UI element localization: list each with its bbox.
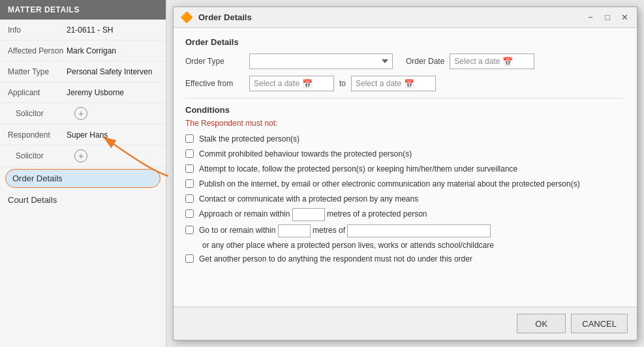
- sidebar-respondent-row: Respondent Super Hans: [0, 125, 166, 145]
- condition-row-7: Go to or remain within metres of: [185, 224, 625, 237]
- sidebar: MATTER DETAILS Info 21-0611 - SH Affecte…: [0, 0, 166, 347]
- dialog-backdrop: 🔶 Order Details − □ ✕ Order Details Orde…: [166, 0, 644, 347]
- cancel-button[interactable]: CANCEL: [571, 314, 628, 333]
- condition-text-2: Commit prohibited behaviour towards the …: [199, 148, 412, 160]
- condition-text-6: Approach or remain within metres of a pr…: [199, 208, 427, 221]
- ok-button[interactable]: OK: [517, 314, 566, 333]
- dialog-body: Order Details Order Type Order Date Sele…: [174, 28, 637, 307]
- goto-metres-input[interactable]: [278, 224, 311, 237]
- order-date-calendar-icon: 📅: [502, 57, 513, 67]
- condition-checkbox-5[interactable]: [185, 194, 194, 203]
- condition-checkbox-2[interactable]: [185, 149, 194, 158]
- condition-text-3: Attempt to locate, follow the protected …: [199, 163, 517, 175]
- condition-row-8: Get another person to do anything the re…: [185, 253, 625, 265]
- condition-checkbox-8[interactable]: [185, 254, 194, 263]
- sidebar-title: MATTER DETAILS: [0, 0, 166, 20]
- condition-row-6: Approach or remain within metres of a pr…: [185, 208, 625, 221]
- sidebar-applicant-row: Applicant Jeremy Usborne: [0, 82, 166, 103]
- sidebar-affected-person-row: Affected Person Mark Corrigan: [0, 40, 166, 61]
- order-type-select[interactable]: [249, 53, 393, 69]
- sidebar-info-label: Info: [8, 25, 67, 35]
- condition-checkbox-7[interactable]: [185, 226, 194, 234]
- effective-from-calendar-icon: 📅: [302, 79, 313, 89]
- condition-row-5: Contact or communicate with a protected …: [185, 193, 625, 205]
- sidebar-respondent-label: Respondent: [8, 130, 67, 140]
- sidebar-item-court-details-label: Court Details: [8, 195, 57, 205]
- sidebar-info-value: 21-0611 - SH: [67, 25, 113, 35]
- maximize-button[interactable]: □: [602, 12, 613, 23]
- dialog-title: Order Details: [198, 12, 579, 22]
- close-button[interactable]: ✕: [619, 12, 630, 23]
- effective-to-placeholder: Select a date: [356, 79, 401, 88]
- order-type-label: Order Type: [185, 57, 244, 66]
- condition-checkbox-6[interactable]: [185, 209, 194, 218]
- sidebar-matter-type-label: Matter Type: [8, 67, 67, 76]
- sidebar-applicant-solicitor-row: Solicitor +: [0, 103, 166, 125]
- dialog-footer: OK CANCEL: [174, 307, 637, 340]
- add-respondent-solicitor-button[interactable]: +: [74, 149, 87, 162]
- sidebar-applicant-value: Jeremy Usborne: [67, 88, 124, 97]
- must-not-label: The Respondent must not:: [185, 119, 625, 128]
- order-details-dialog: 🔶 Order Details − □ ✕ Order Details Orde…: [173, 7, 637, 340]
- condition-checkbox-3[interactable]: [185, 164, 194, 173]
- condition-row-3: Attempt to locate, follow the protected …: [185, 163, 625, 175]
- condition-checkbox-4[interactable]: [185, 179, 194, 188]
- order-date-label: Order Date: [406, 57, 444, 66]
- sidebar-matter-type-value: Personal Safety Interven: [67, 67, 152, 76]
- sidebar-applicant-solicitor-label: Solicitor: [16, 109, 74, 118]
- condition-row-1: Stalk the protected person(s): [185, 133, 625, 145]
- condition-text-1: Stalk the protected person(s): [199, 133, 299, 145]
- order-details-section-title: Order Details: [185, 37, 625, 47]
- dialog-titlebar: 🔶 Order Details − □ ✕: [174, 7, 637, 28]
- conditions-section-title: Conditions: [185, 98, 625, 115]
- order-date-placeholder: Select a date: [454, 57, 500, 66]
- order-date-field[interactable]: Select a date 📅: [450, 53, 534, 69]
- effective-to-calendar-icon: 📅: [404, 79, 414, 89]
- sidebar-item-court-details[interactable]: Court Details: [0, 190, 166, 210]
- sidebar-item-order-details[interactable]: Order Details: [5, 169, 161, 188]
- sidebar-matter-type-row: Matter Type Personal Safety Interven: [0, 61, 166, 82]
- condition-checkbox-1[interactable]: [185, 134, 194, 143]
- approach-metres-input[interactable]: [292, 208, 325, 221]
- condition-text-8: Get another person to do anything the re…: [199, 253, 472, 265]
- condition-text-5: Contact or communicate with a protected …: [199, 193, 418, 205]
- condition-text-4: Publish on the internet, by email or oth…: [199, 178, 580, 190]
- to-label: to: [339, 79, 346, 88]
- sidebar-respondent-solicitor-label: Solicitor: [16, 151, 74, 160]
- add-applicant-solicitor-button[interactable]: +: [74, 107, 87, 120]
- condition-text-7: Go to or remain within metres of: [199, 224, 491, 237]
- goto-place-input[interactable]: [347, 224, 491, 237]
- sidebar-respondent-value: Super Hans: [67, 130, 108, 140]
- sidebar-applicant-label: Applicant: [8, 88, 67, 97]
- sidebar-affected-person-label: Affected Person: [8, 46, 67, 55]
- sidebar-respondent-solicitor-row: Solicitor +: [0, 145, 166, 167]
- order-type-row: Order Type Order Date Select a date 📅: [185, 53, 625, 69]
- minimize-button[interactable]: −: [585, 12, 596, 23]
- condition-row-2: Commit prohibited behaviour towards the …: [185, 148, 625, 160]
- sidebar-affected-person-value: Mark Corrigan: [67, 46, 116, 55]
- sidebar-item-order-details-label: Order Details: [12, 174, 63, 183]
- goto-sub-text: or any other place where a protected per…: [202, 241, 625, 250]
- effective-from-placeholder: Select a date: [254, 79, 299, 88]
- effective-date-row: Effective from Select a date 📅 to Select…: [185, 76, 625, 91]
- condition-row-4: Publish on the internet, by email or oth…: [185, 178, 625, 190]
- dialog-app-icon: 🔶: [180, 11, 193, 23]
- effective-from-field[interactable]: Select a date 📅: [249, 76, 334, 91]
- effective-to-field[interactable]: Select a date 📅: [351, 76, 436, 91]
- sidebar-info-row: Info 21-0611 - SH: [0, 20, 166, 40]
- effective-from-label: Effective from: [185, 79, 244, 88]
